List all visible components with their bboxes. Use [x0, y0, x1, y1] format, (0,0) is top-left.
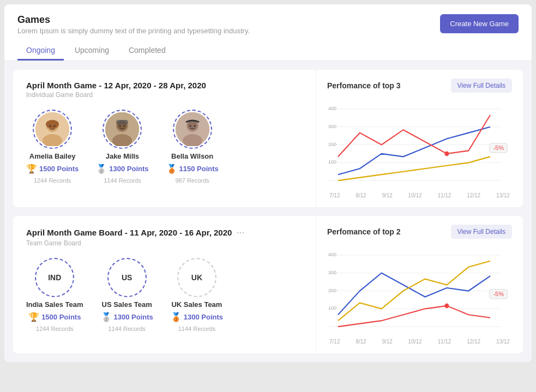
game-2-right: Perfomance of top 2 View Full Details 40… [316, 216, 523, 353]
team-1-points: 🏆 1500 Points [28, 312, 81, 322]
trophy-silver-icon: 🥈 [96, 164, 107, 174]
main-container: Games Lorem Ipsum is simply dummy text o… [4, 4, 532, 362]
perf-title-1: Perfomance of top 3 [327, 81, 401, 90]
game-2-title: April Month Game Board - 11 Apr, 2020 - … [26, 228, 232, 237]
player-3: Bella Wilson 🥉 1150 Points 987 Records [166, 110, 219, 184]
svg-point-4 [46, 120, 59, 129]
svg-text:300: 300 [328, 123, 336, 129]
game-1-title: April Month Game - 12 Apr, 2020 - 28 Apr… [26, 81, 303, 90]
svg-point-5 [50, 125, 51, 127]
svg-text:300: 300 [328, 269, 336, 275]
svg-text:100: 100 [328, 305, 336, 311]
player-2-points: 🥈 1300 Points [96, 164, 148, 174]
team-3-ring: UK [177, 258, 216, 297]
player-2-name: Jake Mills [106, 152, 139, 160]
team-3-records: 1144 Records [178, 325, 216, 332]
chart-1: 400 300 200 100 -5% [327, 97, 512, 192]
view-details-btn-1[interactable]: View Full Details [451, 79, 512, 93]
x-axis-labels-1: 7/128/129/1210/1211/1212/1213/12 [327, 192, 512, 198]
svg-point-39 [444, 303, 449, 308]
chart-badge-2: -5% [489, 289, 508, 299]
game-2-subtitle: Team Game Board [26, 239, 303, 247]
svg-text:400: 400 [328, 105, 336, 111]
team-2-points: 🥈 1300 Points [101, 312, 153, 322]
svg-rect-13 [116, 120, 128, 124]
perf-header-1: Perfomance of top 3 View Full Details [327, 79, 512, 93]
content: April Month Game - 12 Apr, 2020 - 28 Apr… [4, 61, 532, 362]
player-1-avatar-ring [33, 110, 72, 149]
team-3-name: UK Sales Team [171, 300, 222, 309]
team-2-ring: US [107, 258, 147, 297]
svg-point-12 [124, 125, 125, 127]
team-1-records: 1244 Records [36, 325, 74, 332]
svg-point-18 [189, 125, 191, 127]
player-2-avatar-ring [103, 110, 142, 149]
svg-point-29 [444, 152, 449, 156]
team-2: US US Sales Team 🥈 1300 Points 1144 Reco… [101, 258, 153, 332]
game-1-right: Perfomance of top 3 View Full Details 40… [316, 70, 523, 207]
x-axis-labels-2: 7/128/129/1210/1211/1212/1213/12 [327, 339, 512, 345]
game-1-left: April Month Game - 12 Apr, 2020 - 28 Apr… [13, 70, 316, 207]
players-list: Amelia Bailey 🏆 1500 Points 1244 Records [26, 110, 303, 184]
svg-point-19 [194, 125, 195, 127]
game-2-title-row: April Month Game Board - 11 Apr, 2020 - … [26, 227, 303, 238]
perf-title-2: Perfomance of top 2 [327, 227, 401, 236]
player-1: Amelia Bailey 🏆 1500 Points 1244 Records [26, 110, 79, 184]
tab-upcoming[interactable]: Upcoming [66, 41, 118, 61]
chart-badge-1: -5% [489, 143, 508, 153]
trophy-bronze-icon: 🥉 [166, 164, 177, 174]
player-1-points: 🏆 1500 Points [26, 164, 79, 174]
team-trophy-bronze-icon: 🥉 [171, 312, 182, 322]
svg-point-11 [119, 125, 121, 127]
game-card-2: April Month Game Board - 11 Apr, 2020 - … [13, 216, 523, 353]
page-title: Games [17, 14, 250, 26]
game-2-left: April Month Game Board - 11 Apr, 2020 - … [13, 216, 316, 353]
team-3: UK UK Sales Team 🥉 1300 Points 1144 Reco… [171, 258, 223, 332]
player-3-name: Bella Wilson [171, 152, 213, 160]
header-top: Games Lorem Ipsum is simply dummy text o… [17, 14, 519, 35]
team-2-name: US Sales Team [102, 300, 152, 309]
svg-text:100: 100 [328, 159, 336, 165]
team-1-name: India Sales Team [26, 300, 83, 309]
team-2-records: 1144 Records [108, 325, 146, 332]
player-1-name: Amelia Bailey [29, 152, 76, 160]
game-card-1: April Month Game - 12 Apr, 2020 - 28 Apr… [13, 70, 523, 207]
player-2: Jake Mills 🥈 1300 Points 1144 Records [96, 110, 148, 184]
header-text: Games Lorem Ipsum is simply dummy text o… [17, 14, 250, 35]
trophy-gold-icon: 🏆 [26, 164, 37, 174]
perf-header-2: Perfomance of top 2 View Full Details [327, 225, 512, 239]
player-2-records: 1144 Records [104, 177, 141, 184]
page-subtitle: Lorem Ipsum is simply dummy text of the … [17, 27, 250, 35]
svg-point-6 [54, 125, 56, 127]
team-trophy-silver-icon: 🥈 [101, 312, 112, 322]
player-3-records: 987 Records [175, 177, 209, 184]
svg-text:400: 400 [328, 251, 336, 257]
team-1-ring: IND [35, 258, 74, 297]
more-options-icon[interactable]: ··· [236, 227, 244, 238]
tab-completed[interactable]: Completed [120, 41, 174, 61]
tab-ongoing[interactable]: Ongoing [17, 41, 64, 61]
chart-2: 400 300 200 100 -5% [327, 243, 512, 339]
svg-text:200: 200 [328, 287, 336, 293]
team-3-points: 🥉 1300 Points [171, 312, 223, 322]
player-3-avatar-ring [173, 110, 212, 149]
team-trophy-gold-icon: 🏆 [28, 312, 39, 322]
header: Games Lorem Ipsum is simply dummy text o… [4, 4, 532, 61]
teams-list: IND India Sales Team 🏆 1500 Points 1244 … [26, 258, 303, 332]
create-game-button[interactable]: Create New Game [440, 14, 519, 33]
svg-text:200: 200 [328, 141, 336, 147]
tabs: Ongoing Upcoming Completed [17, 41, 519, 61]
view-details-btn-2[interactable]: View Full Details [451, 225, 512, 239]
player-3-points: 🥉 1150 Points [166, 164, 219, 174]
team-1: IND India Sales Team 🏆 1500 Points 1244 … [26, 258, 83, 332]
player-1-records: 1244 Records [34, 177, 71, 184]
game-1-subtitle: Individual Game Board [26, 91, 303, 99]
